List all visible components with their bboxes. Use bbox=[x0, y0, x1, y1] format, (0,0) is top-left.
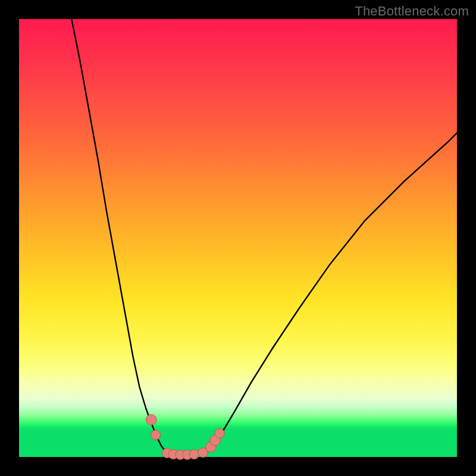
data-marker bbox=[215, 428, 224, 438]
data-marker bbox=[151, 430, 161, 440]
data-marker bbox=[189, 449, 199, 459]
plot-area bbox=[19, 19, 457, 457]
outer-frame: TheBottleneck.com bbox=[0, 0, 476, 476]
chart-svg bbox=[19, 19, 457, 457]
curve-layer bbox=[71, 19, 457, 455]
data-marker bbox=[146, 415, 156, 425]
marker-layer bbox=[146, 415, 224, 460]
bottleneck-curve bbox=[71, 19, 457, 455]
watermark-text: TheBottleneck.com bbox=[355, 4, 469, 19]
